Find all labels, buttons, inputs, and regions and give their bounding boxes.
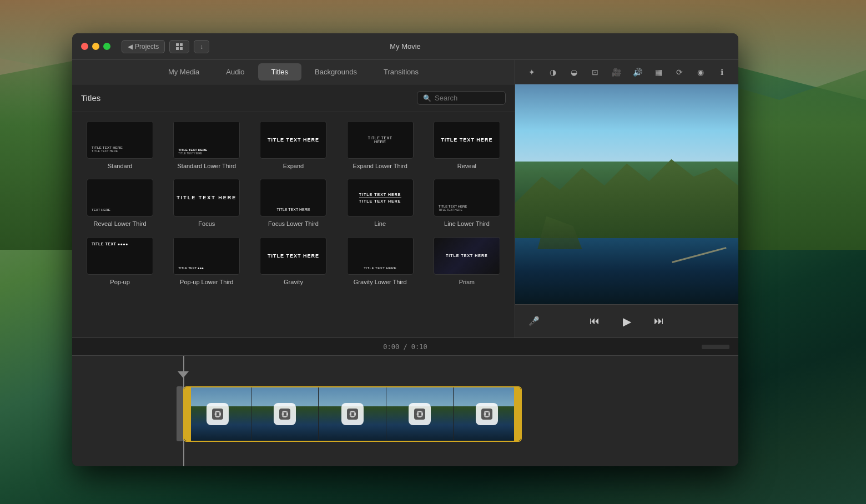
skip-back-button[interactable]: ⏮ (586, 313, 603, 330)
preview-landscape (515, 84, 738, 304)
svg-rect-0 (176, 43, 179, 46)
title-item-prism[interactable]: TITLE TEXT HERE Prism (424, 233, 510, 290)
info-icon[interactable]: ℹ (714, 64, 729, 80)
clip-icon-3 (341, 403, 364, 425)
title-label-line-lower-third: Line Lower Third (444, 220, 490, 228)
close-button[interactable] (81, 43, 88, 50)
video-inspector-icon[interactable]: 🎥 (608, 64, 624, 80)
title-item-pop-up-lower-third[interactable]: TITLE TEXT ●●● Pop-up Lower Third (163, 233, 250, 290)
title-item-focus-lower-third[interactable]: Title Text Here Focus Lower Third (250, 174, 336, 232)
film-frame-5 (454, 387, 521, 441)
title-thumb-pop-up-lower-third: TITLE TEXT ●●● (173, 237, 240, 275)
svg-rect-11 (351, 411, 354, 412)
tab-audio[interactable]: Audio (213, 63, 258, 80)
title-label-standard: Standard (108, 162, 133, 170)
title-item-gravity[interactable]: TITLE TEXT HERE Gravity (250, 233, 336, 290)
search-input[interactable] (435, 94, 500, 102)
title-thumb-prism: TITLE TEXT HERE (434, 237, 500, 275)
svg-rect-16 (481, 409, 492, 420)
search-box[interactable]: 🔍 (417, 91, 506, 105)
svg-rect-6 (216, 416, 219, 417)
timeline-left-edge[interactable] (177, 386, 183, 441)
color-correction-icon[interactable]: ◒ (566, 64, 582, 80)
tab-my-media[interactable]: My Media (155, 63, 213, 80)
title-thumb-reveal-lower-third: text here (87, 179, 153, 216)
title-item-expand[interactable]: Title Text Here Expand (250, 117, 336, 174)
title-label-prism: Prism (459, 278, 475, 286)
title-label-pop-up-lower-third: Pop-up Lower Third (180, 278, 233, 286)
clip-handle-right[interactable] (514, 387, 521, 441)
film-frame-2 (251, 387, 319, 441)
title-item-standard[interactable]: TITLE TEXT HERE TITLE TEXT HERE Standard (77, 117, 163, 174)
svg-rect-3 (180, 47, 183, 50)
title-item-reveal[interactable]: Title Text Here Reveal (424, 117, 510, 174)
video-preview (515, 84, 738, 304)
crop-icon[interactable]: ⊡ (587, 64, 603, 80)
title-label-standard-lower-third: Standard Lower Third (177, 162, 236, 170)
down-arrow-icon: ↓ (200, 43, 203, 51)
imovie-icon-3 (346, 407, 359, 421)
svg-rect-8 (283, 411, 286, 412)
title-item-pop-up[interactable]: TITLE TEXT ●●●● Pop-up (77, 233, 163, 290)
overlay-icon[interactable]: ◉ (693, 64, 708, 80)
imovie-icon-2 (278, 407, 291, 421)
app-window: ◀ Projects ↓ My Movie M (72, 33, 738, 466)
title-label-reveal-lower-third: Reveal Lower Third (94, 220, 147, 228)
titles-panel-label: Titles (81, 93, 100, 103)
title-item-gravity-lower-third[interactable]: TITLE TEXT HERE Gravity Lower Third (337, 233, 424, 290)
svg-rect-4 (212, 409, 223, 420)
title-thumb-standard: TITLE TEXT HERE TITLE TEXT HERE (87, 121, 153, 159)
clip-icon-4 (409, 403, 431, 425)
microphone-button[interactable]: 🎤 (526, 314, 542, 329)
title-item-standard-lower-third[interactable]: TITLE TEXT HERE TITLE TEXT HERE Standard… (163, 117, 250, 174)
download-button[interactable]: ↓ (194, 40, 209, 53)
color-balance-icon[interactable]: ◑ (545, 64, 561, 80)
film-frame-3 (319, 387, 386, 441)
clip-icon-5 (476, 403, 498, 425)
current-time: 0:00 / 0:10 (383, 343, 427, 351)
grid-view-button[interactable] (169, 40, 189, 53)
title-item-expand-lower-third[interactable]: Title Text Here Expand Lower Third (337, 117, 424, 174)
clip-handle-left[interactable] (184, 387, 191, 441)
title-label-expand-lower-third: Expand Lower Third (353, 162, 407, 170)
timeline-clip[interactable] (183, 386, 522, 442)
title-thumb-pop-up: TITLE TEXT ●●●● (87, 237, 153, 275)
speed-icon[interactable]: ⟳ (672, 64, 687, 80)
histogram-icon[interactable]: ▦ (651, 64, 666, 80)
timeline-zoom[interactable] (702, 345, 729, 349)
minimize-button[interactable] (92, 43, 99, 50)
wand-icon[interactable]: ✦ (524, 64, 540, 80)
play-button[interactable]: ▶ (617, 311, 637, 331)
window-title: My Movie (390, 42, 421, 51)
title-item-focus[interactable]: Title Text Here Focus (163, 174, 250, 232)
tab-transitions[interactable]: Transitions (370, 63, 432, 80)
title-item-line-lower-third[interactable]: TITLE TEXT HERE TITLE TEXT HERE Line Low… (424, 174, 510, 232)
title-label-gravity-lower-third: Gravity Lower Third (354, 278, 407, 286)
title-thumb-standard-lower-third: TITLE TEXT HERE TITLE TEXT HERE (173, 121, 240, 159)
svg-rect-12 (351, 416, 354, 417)
svg-rect-10 (347, 409, 358, 420)
audio-inspector-icon[interactable]: 🔊 (630, 64, 645, 80)
title-item-line[interactable]: TITLE TEXT HERE TITLE TEXT HERE Line (337, 174, 424, 232)
title-thumb-focus: Title Text Here (173, 179, 240, 216)
back-chevron-icon: ◀ (128, 43, 133, 51)
tab-backgrounds[interactable]: Backgrounds (301, 63, 370, 80)
title-label-pop-up: Pop-up (110, 278, 129, 286)
title-label-focus-lower-third: Focus Lower Third (268, 220, 319, 228)
svg-rect-1 (180, 43, 183, 46)
svg-rect-18 (485, 416, 489, 417)
tab-titles[interactable]: Titles (258, 63, 302, 80)
title-bar: ◀ Projects ↓ My Movie (72, 33, 738, 60)
title-thumb-gravity-lower-third: TITLE TEXT HERE (347, 237, 414, 275)
transport-bar: 🎤 ⏮ ▶ ⏭ (515, 304, 738, 337)
svg-rect-7 (279, 409, 290, 420)
projects-button[interactable]: ◀ Projects (122, 40, 165, 53)
content-area: My Media Audio Titles Backgrounds Transi… (72, 60, 738, 337)
svg-rect-15 (418, 416, 421, 417)
maximize-button[interactable] (103, 43, 110, 50)
svg-rect-17 (485, 411, 489, 412)
title-item-reveal-lower-third[interactable]: text here Reveal Lower Third (77, 174, 163, 232)
right-panel: ✦ ◑ ◒ ⊡ 🎥 🔊 ▦ ⟳ ◉ ℹ (515, 60, 738, 337)
film-frame-1 (184, 387, 251, 441)
skip-forward-button[interactable]: ⏭ (650, 313, 668, 330)
